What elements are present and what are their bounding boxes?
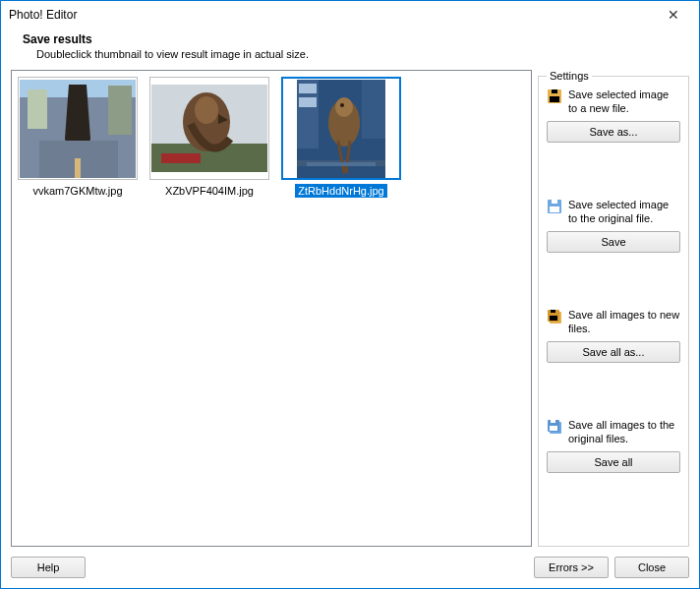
footer-spacer <box>91 557 528 578</box>
floppy-save-icon <box>547 199 562 214</box>
thumbnail-image <box>151 85 267 172</box>
thumbnail-item[interactable]: vvkam7GKMtw.jpg <box>18 77 138 198</box>
thumbnail-pane[interactable]: vvkam7GKMtw.jpg <box>11 70 532 547</box>
svg-rect-22 <box>552 89 557 93</box>
svg-rect-34 <box>550 426 557 431</box>
floppy-saveas-icon <box>547 88 562 104</box>
save-button[interactable]: Save <box>547 231 680 253</box>
footer: Help Errors >> Close <box>1 553 699 588</box>
setting-block-save-all-as: Save all images to new files. Save all a… <box>547 308 680 363</box>
errors-button[interactable]: Errors >> <box>534 557 609 578</box>
setting-block-save-all: Save all images to the original files. S… <box>547 418 680 473</box>
thumbnail-label: vvkam7GKMtw.jpg <box>29 184 125 198</box>
svg-rect-15 <box>362 80 385 139</box>
thumbnail-item[interactable]: XZbVPF404IM.jpg <box>149 77 269 198</box>
settings-pane: Settings Save selected image to a new fi… <box>538 70 689 547</box>
close-icon[interactable]: ✕ <box>654 7 693 23</box>
svg-rect-23 <box>550 96 559 102</box>
save-all-as-button[interactable]: Save all as... <box>547 341 680 363</box>
thumbnail-item[interactable]: ZtRbHddNrHg.jpg <box>281 77 401 198</box>
svg-rect-14 <box>299 97 317 107</box>
thumbnail-image <box>297 80 385 178</box>
settings-group: Settings Save selected image to a new fi… <box>538 70 689 547</box>
thumbnail-image <box>20 80 136 178</box>
svg-rect-13 <box>299 84 317 93</box>
thumbnail-frame <box>149 77 269 180</box>
close-button[interactable]: Close <box>614 557 689 578</box>
setting-block-save-as: Save selected image to a new file. Save … <box>547 88 680 143</box>
titlebar: Photo! Editor ✕ <box>1 1 699 29</box>
save-as-button[interactable]: Save as... <box>547 121 680 143</box>
svg-rect-26 <box>550 206 559 212</box>
svg-rect-5 <box>75 158 81 178</box>
dialog-window: Photo! Editor ✕ Save results Doubleclick… <box>0 0 700 589</box>
floppy-multi-saveas-icon <box>547 309 562 324</box>
svg-rect-25 <box>552 200 557 204</box>
svg-point-19 <box>340 103 344 107</box>
setting-text: Save selected image to the original file… <box>568 198 680 225</box>
svg-rect-10 <box>161 153 201 163</box>
header: Save results Doubleclick thumbnail to vi… <box>1 29 699 70</box>
svg-point-18 <box>335 97 353 117</box>
thumbnail-label: ZtRbHddNrHg.jpg <box>295 184 386 198</box>
svg-rect-33 <box>551 420 555 423</box>
setting-block-save: Save selected image to the original file… <box>547 198 680 253</box>
setting-text: Save all images to the original files. <box>568 418 680 445</box>
svg-rect-30 <box>550 316 557 321</box>
svg-rect-29 <box>551 310 555 313</box>
setting-text: Save selected image to a new file. <box>568 88 680 115</box>
svg-rect-3 <box>108 86 132 135</box>
settings-legend: Settings <box>547 70 592 82</box>
thumbnail-frame <box>281 77 401 180</box>
svg-rect-20 <box>307 162 376 166</box>
setting-text: Save all images to new files. <box>568 308 680 335</box>
page-title: Save results <box>23 32 677 46</box>
save-all-button[interactable]: Save all <box>547 451 680 473</box>
help-button[interactable]: Help <box>11 557 86 578</box>
svg-rect-2 <box>28 89 47 129</box>
body: vvkam7GKMtw.jpg <box>1 70 699 553</box>
thumbnail-frame <box>18 77 138 180</box>
thumbnail-label: XZbVPF404IM.jpg <box>162 184 257 198</box>
floppy-multi-save-icon <box>547 419 562 435</box>
window-title: Photo! Editor <box>7 8 654 22</box>
page-subtitle: Doubleclick thumbnail to view result ima… <box>23 46 677 60</box>
svg-point-9 <box>195 96 218 124</box>
